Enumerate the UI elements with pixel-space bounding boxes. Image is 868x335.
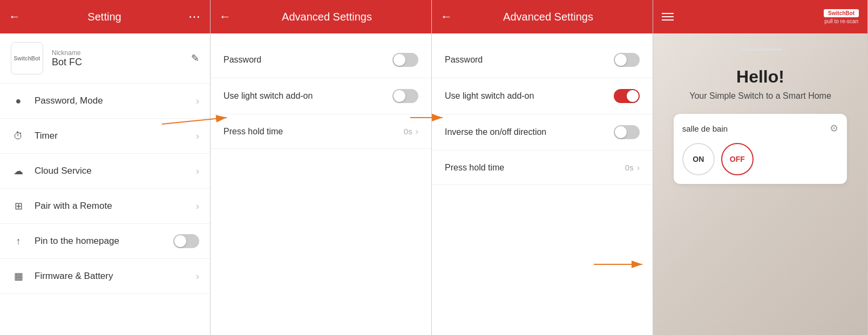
- pull-bar: [739, 49, 782, 51]
- panel3-header: ← Advanced Settings: [432, 0, 653, 33]
- panel-advanced-2: ← Advanced Settings Password Use light s…: [432, 0, 653, 335]
- light-switch-toggle-3[interactable]: [614, 89, 640, 103]
- device-name: Bot FC: [52, 57, 191, 68]
- panel-setting: ← Setting ⋯ SwitchBot Nickname Bot FC ✎ …: [0, 0, 211, 335]
- panel3-body: Password Use light switch add-on Inverse…: [432, 33, 653, 335]
- arrow-icon-firmware-battery: ›: [196, 271, 199, 282]
- device-card: SwitchBot Nickname Bot FC ✎: [0, 33, 210, 84]
- brand-subtitle: pull to re-scan: [824, 18, 858, 24]
- timer-icon: ⏱: [11, 128, 26, 143]
- remote-icon: ⊞: [11, 199, 26, 214]
- menu-label-cloud-service: Cloud Service: [35, 166, 196, 176]
- password-toggle-3[interactable]: [614, 53, 640, 67]
- toggle-thumb: [394, 54, 405, 66]
- room-card: salle de bain ⚙ ON OFF: [674, 114, 847, 184]
- arrow-icon-press-hold-2: ›: [416, 127, 418, 136]
- more-button-1[interactable]: ⋯: [188, 10, 201, 24]
- toggle-thumb: [615, 126, 627, 138]
- off-button[interactable]: OFF: [721, 143, 754, 175]
- settings-value-press-hold-3: 0s: [625, 163, 634, 172]
- firmware-icon: ▦: [11, 269, 26, 284]
- settings-label-light-switch-2: Use light switch add-on: [223, 91, 392, 101]
- device-buttons: ON OFF: [682, 143, 838, 175]
- settings-label-light-switch-3: Use light switch add-on: [445, 91, 614, 101]
- arrow-icon-password-mode: ›: [196, 95, 199, 107]
- menu-label-pair-remote: Pair with a Remote: [35, 201, 196, 211]
- menu-label-pin-homepage: Pin to the homepage: [35, 236, 173, 247]
- menu-label-password-mode: Password, Mode: [35, 95, 196, 106]
- on-button[interactable]: ON: [682, 143, 715, 175]
- settings-item-press-hold-3[interactable]: Press hold time 0s ›: [432, 151, 653, 185]
- password-toggle-2[interactable]: [392, 53, 418, 67]
- toggle-thumb: [615, 54, 627, 66]
- settings-item-password-3: Password: [432, 42, 653, 78]
- arrow-icon-press-hold-3: ›: [637, 163, 640, 173]
- menu-label-timer: Timer: [35, 131, 196, 141]
- greeting-text: Hello!: [736, 67, 784, 87]
- back-button-1[interactable]: ←: [9, 10, 21, 24]
- brand-logo: SwitchBot pull to re-scan: [824, 9, 859, 24]
- menu-item-timer[interactable]: ⏱ Timer ›: [0, 119, 210, 154]
- panel1-header: ← Setting ⋯: [0, 0, 210, 33]
- pin-icon: ↑: [11, 234, 26, 249]
- settings-value-press-hold-2: 0s: [404, 127, 412, 136]
- pin-homepage-toggle[interactable]: [173, 234, 199, 248]
- menu-button-4[interactable]: [662, 13, 674, 20]
- toggle-thumb: [627, 90, 639, 102]
- menu-item-pin-homepage[interactable]: ↑ Pin to the homepage: [0, 224, 210, 259]
- menu-item-password-mode[interactable]: ● Password, Mode ›: [0, 84, 210, 119]
- inverse-direction-toggle[interactable]: [614, 125, 640, 139]
- room-name: salle de bain: [682, 124, 728, 133]
- panel2-body: Password Use light switch add-on Press h…: [211, 33, 431, 335]
- settings-item-password-2: Password: [211, 42, 431, 78]
- settings-label-press-hold-3: Press hold time: [445, 163, 625, 173]
- panel2-header: ← Advanced Settings: [211, 0, 431, 33]
- room-header: salle de bain ⚙: [682, 122, 838, 134]
- settings-item-light-switch-2: Use light switch add-on: [211, 78, 431, 114]
- menu-item-pair-remote[interactable]: ⊞ Pair with a Remote ›: [0, 189, 210, 224]
- menu-label-firmware-battery: Firmware & Battery: [35, 271, 196, 282]
- menu-item-firmware-battery[interactable]: ▦ Firmware & Battery ›: [0, 259, 210, 294]
- panel-homepage: SwitchBot pull to re-scan Hello! Your Si…: [653, 0, 868, 335]
- arrow-icon-timer: ›: [196, 131, 199, 142]
- panel1-title: Setting: [21, 11, 188, 23]
- subtitle-text: Your Simple Switch to a Smart Home: [689, 91, 831, 101]
- settings-label-inverse-direction: Inverse the on/off direction: [445, 127, 614, 137]
- settings-item-light-switch-3: Use light switch add-on: [432, 78, 653, 114]
- arrow-icon-cloud-service: ›: [196, 166, 199, 177]
- settings-item-inverse-direction: Inverse the on/off direction: [432, 114, 653, 151]
- edit-button[interactable]: ✎: [191, 52, 199, 64]
- cloud-icon: ☁: [11, 163, 26, 179]
- back-button-3[interactable]: ←: [440, 10, 452, 24]
- nickname-label: Nickname: [52, 49, 191, 57]
- toggle-thumb: [174, 235, 186, 247]
- panel2-title: Advanced Settings: [231, 11, 423, 23]
- device-info: Nickname Bot FC: [52, 49, 191, 68]
- device-icon-label: SwitchBot: [14, 56, 40, 61]
- password-mode-icon: ●: [11, 93, 26, 108]
- settings-item-press-hold-2[interactable]: Press hold time 0s ›: [211, 114, 431, 149]
- menu-list: ● Password, Mode › ⏱ Timer › ☁ Cloud Ser…: [0, 84, 210, 294]
- settings-label-password-2: Password: [223, 55, 392, 65]
- panel4-header: SwitchBot pull to re-scan: [653, 0, 867, 33]
- menu-item-cloud-service[interactable]: ☁ Cloud Service ›: [0, 154, 210, 189]
- toggle-thumb: [394, 90, 405, 102]
- arrow-icon-pair-remote: ›: [196, 201, 199, 212]
- device-icon: SwitchBot: [11, 42, 43, 74]
- back-button-2[interactable]: ←: [219, 10, 231, 24]
- panel-advanced-1: ← Advanced Settings Password Use light s…: [211, 0, 432, 335]
- gear-icon[interactable]: ⚙: [830, 122, 838, 134]
- settings-label-press-hold-2: Press hold time: [223, 127, 404, 136]
- light-switch-toggle-2[interactable]: [392, 89, 418, 103]
- settings-label-password-3: Password: [445, 55, 614, 65]
- panel3-title: Advanced Settings: [452, 11, 644, 23]
- brand-name: SwitchBot: [824, 9, 859, 17]
